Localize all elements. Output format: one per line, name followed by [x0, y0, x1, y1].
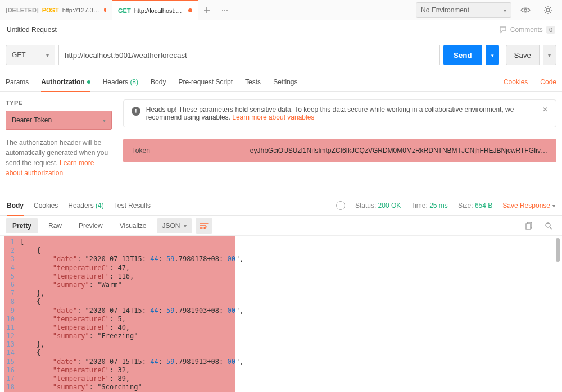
- notice-text-wrap: Heads up! These parameters hold sensitiv…: [146, 106, 537, 121]
- tab-authorization[interactable]: Authorization: [41, 72, 90, 92]
- close-icon[interactable]: ✕: [542, 106, 548, 113]
- headers-count: (8): [130, 78, 138, 86]
- code-area[interactable]: 1[2 {3 "date": "2020-07-13T15: 44: 59.79…: [0, 236, 562, 392]
- cookies-link[interactable]: Cookies: [504, 78, 528, 86]
- status-meta: Status: 200 OK: [355, 202, 401, 209]
- code-link[interactable]: Code: [540, 78, 556, 86]
- method-post: POST: [42, 7, 59, 13]
- code-line: 11 "temperatureF": 40,: [0, 323, 562, 332]
- code-line: 13 },: [0, 340, 562, 349]
- code-line: 18 "summary": "Scorching": [0, 383, 562, 391]
- code-line: 9 "date": "2020-07-14T15: 44: 59.7981903…: [0, 307, 562, 315]
- time-meta: Time: 25 ms: [411, 202, 448, 209]
- svg-point-0: [524, 8, 527, 11]
- network-icon[interactable]: [336, 201, 345, 210]
- chevron-down-icon: [491, 51, 494, 59]
- view-preview[interactable]: Preview: [72, 218, 110, 233]
- code-line: 6 "summary": "Warm": [0, 281, 562, 289]
- request-tabs: Params Authorization Headers (8) Body Pr…: [0, 72, 562, 92]
- tab-deleted-post[interactable]: [DELETED] POST http://127.0.0.1:888…: [0, 0, 112, 20]
- tab-label: Authorization: [41, 78, 84, 86]
- tab-label: Headers: [68, 202, 93, 209]
- unsaved-dot: [188, 8, 192, 12]
- unsaved-dot: [104, 8, 106, 12]
- status-value: 200 OK: [378, 202, 401, 209]
- resp-tab-cookies[interactable]: Cookies: [34, 195, 58, 216]
- scrollbar[interactable]: [556, 238, 560, 262]
- view-raw[interactable]: Raw: [42, 218, 69, 233]
- resp-tab-tests[interactable]: Test Results: [114, 195, 151, 216]
- method-select[interactable]: GET: [6, 45, 55, 65]
- chevron-down-icon: [46, 51, 49, 59]
- tab-url: http://localhost:5001/weatherf…: [134, 7, 185, 14]
- size-meta: Size: 654 B: [458, 202, 492, 209]
- new-tab-button[interactable]: [198, 0, 216, 20]
- send-dropdown[interactable]: [486, 45, 499, 65]
- chevron-down-icon: [548, 51, 551, 59]
- tabs: [DELETED] POST http://127.0.0.1:888… GET…: [0, 0, 410, 20]
- token-row: Token eyJhbGciOiJSUzI1NiIsImtpZCI6IkJCQz…: [123, 139, 556, 162]
- titlebar: Untitled Request Comments 0: [0, 20, 562, 39]
- auth-type-value: Bearer Token: [12, 116, 52, 124]
- code-line: 8 {: [0, 298, 562, 306]
- view-visualize[interactable]: Visualize: [113, 218, 153, 233]
- time-value: 25 ms: [429, 202, 448, 209]
- tab-settings[interactable]: Settings: [273, 72, 297, 92]
- comments-label: Comments: [510, 26, 543, 34]
- environment-select[interactable]: No Environment: [416, 2, 511, 18]
- settings-button[interactable]: [540, 2, 556, 18]
- tab-label: Headers: [103, 78, 128, 86]
- copy-button[interactable]: [522, 218, 537, 234]
- url-input[interactable]: [58, 45, 440, 65]
- svg-point-4: [546, 223, 550, 227]
- code-line: 2 {: [0, 247, 562, 255]
- headers-count: (4): [96, 202, 104, 209]
- environment-value: No Environment: [421, 6, 469, 14]
- code-line: 17 "temperatureF": 89,: [0, 375, 562, 383]
- resp-tab-headers[interactable]: Headers (4): [68, 195, 103, 216]
- notice: ! Heads up! These parameters hold sensit…: [123, 99, 556, 127]
- code-line: 16 "temperatureC": 32,: [0, 366, 562, 375]
- resp-tab-body[interactable]: Body: [7, 195, 24, 216]
- view-controls: Pretty Raw Preview Visualize JSON: [0, 216, 562, 236]
- tab-options-button[interactable]: ⋯: [216, 0, 234, 20]
- comments-count: 0: [546, 26, 555, 34]
- code-line: 12 "summary": "Freezing": [0, 332, 562, 340]
- auth-type-select[interactable]: Bearer Token: [6, 111, 112, 130]
- chevron-down-icon: [552, 202, 555, 209]
- code-line: 3 "date": "2020-07-13T15: 44: 59.7980178…: [0, 255, 562, 263]
- comments-button[interactable]: Comments 0: [499, 26, 555, 34]
- send-button[interactable]: Send: [443, 45, 482, 65]
- deleted-tag: [DELETED]: [6, 7, 39, 13]
- svg-rect-3: [526, 224, 531, 229]
- request-line: GET Send Save: [0, 39, 562, 72]
- topbar-right: No Environment: [410, 0, 562, 20]
- tab-get-weather[interactable]: GET http://localhost:5001/weatherf…: [112, 0, 198, 20]
- save-button[interactable]: Save: [506, 45, 540, 65]
- chevron-down-icon: [103, 116, 106, 124]
- code-line: 1[: [0, 238, 562, 247]
- tab-params[interactable]: Params: [6, 72, 29, 92]
- tab-headers[interactable]: Headers (8): [103, 72, 138, 92]
- method-get: GET: [118, 7, 131, 14]
- quicklook-button[interactable]: [517, 2, 534, 18]
- view-pretty[interactable]: Pretty: [6, 218, 38, 233]
- chevron-down-icon: [504, 6, 506, 14]
- save-response[interactable]: Save Response: [502, 202, 555, 209]
- token-value[interactable]: eyJhbGciOiJSUzI1NiIsImtpZCI6IkJCQzVGRDM0…: [250, 147, 547, 154]
- tab-url: http://127.0.0.1:888…: [62, 7, 101, 13]
- tab-tests[interactable]: Tests: [245, 72, 261, 92]
- tab-prescript[interactable]: Pre-request Script: [178, 72, 233, 92]
- wrap-toggle[interactable]: [196, 218, 212, 234]
- svg-point-1: [546, 8, 550, 12]
- learn-vars-link[interactable]: Learn more about variables: [232, 113, 314, 121]
- tab-body[interactable]: Body: [151, 72, 166, 92]
- search-button[interactable]: [541, 218, 556, 234]
- info-icon: !: [132, 107, 140, 116]
- notice-text: Heads up! These parameters hold sensitiv…: [146, 106, 514, 121]
- token-label: Token: [132, 147, 250, 154]
- code-line: 5 "temperatureF": 116,: [0, 272, 562, 281]
- format-select[interactable]: JSON: [157, 218, 192, 233]
- save-dropdown[interactable]: [543, 45, 556, 65]
- chevron-down-icon: [184, 222, 187, 230]
